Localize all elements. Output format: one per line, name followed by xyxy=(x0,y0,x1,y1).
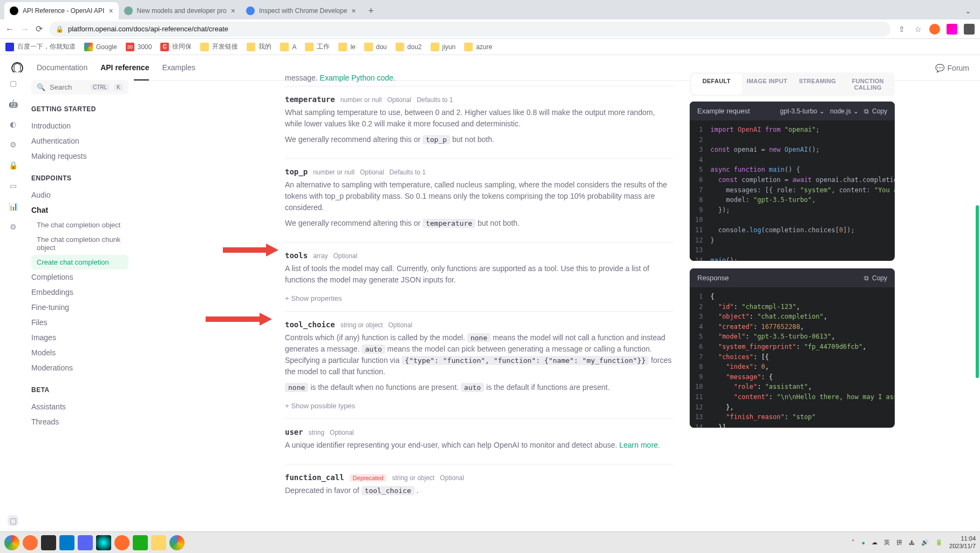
forward-button: → xyxy=(21,24,29,34)
example-code-link[interactable]: Example Python code xyxy=(320,73,393,81)
address-bar[interactable]: 🔒 platform.openai.com/docs/api-reference… xyxy=(49,22,890,37)
tab-title: API Reference - OpenAI API xyxy=(23,7,104,15)
trail-text: message. Example Python code. xyxy=(285,72,673,81)
favicon xyxy=(246,6,255,15)
svg-point-0 xyxy=(12,63,23,73)
bookmark[interactable]: 工作 xyxy=(305,42,330,51)
bookmark[interactable]: jiyun xyxy=(431,43,456,51)
bookmark[interactable]: 303000 xyxy=(126,43,152,51)
browser-tab[interactable]: New models and developer pro × xyxy=(119,2,241,19)
code-tab-function[interactable]: FUNCTION CALLING xyxy=(843,74,894,81)
bookmark[interactable]: 百度一下，你就知道 xyxy=(5,42,76,51)
browser-tab-active[interactable]: API Reference - OpenAI API × xyxy=(4,2,119,19)
bookmark[interactable]: A xyxy=(280,43,296,51)
bookmark[interactable]: azure xyxy=(464,43,492,51)
close-icon[interactable]: × xyxy=(231,6,235,15)
browser-toolbar: ← → ⟳ 🔒 platform.openai.com/docs/api-ref… xyxy=(0,19,980,39)
bookmark[interactable]: dou2 xyxy=(396,43,422,51)
bookmark[interactable]: dou xyxy=(364,43,387,51)
code-tab-streaming[interactable]: STREAMING xyxy=(792,74,843,81)
chevron-down-icon[interactable]: ⌄ xyxy=(965,6,976,15)
tab-title: New models and developer pro xyxy=(137,7,227,15)
close-icon[interactable]: × xyxy=(108,6,113,15)
browser-chrome: API Reference - OpenAI API × New models … xyxy=(0,0,980,55)
reload-button[interactable]: ⟳ xyxy=(36,24,43,34)
code-column: DEFAULT IMAGE INPUT STREAMING FUNCTION C… xyxy=(690,72,895,81)
icon-rail: ▢ 🤖 ◐ ⚙ 🔒 ▭ 📊 ⚙ ▢ xyxy=(0,72,26,81)
favicon xyxy=(10,6,18,15)
bookmark[interactable]: le xyxy=(338,43,355,51)
bookmark[interactable]: Google xyxy=(84,43,117,51)
back-button[interactable]: ← xyxy=(5,24,14,34)
bookmark[interactable]: C徐同保 xyxy=(160,42,192,51)
extension-icon[interactable] xyxy=(964,24,975,35)
browser-tab[interactable]: Inspect with Chrome Develope × xyxy=(241,2,362,19)
code-tabs: DEFAULT IMAGE INPUT STREAMING FUNCTION C… xyxy=(690,72,895,81)
forum-link[interactable]: 💬 Forum xyxy=(935,64,969,72)
search-box[interactable]: 🔍 CTRL K xyxy=(31,80,128,81)
bookmarks-bar: 百度一下，你就知道 Google 303000 C徐同保 开发链接 我的 A 工… xyxy=(0,39,980,55)
star-icon[interactable]: ☆ xyxy=(913,24,923,34)
url-text: platform.openai.com/docs/api-reference/c… xyxy=(68,25,228,33)
tab-strip: API Reference - OpenAI API × New models … xyxy=(0,0,980,19)
close-icon[interactable]: × xyxy=(351,6,356,15)
playground-icon[interactable]: ▢ xyxy=(8,78,18,81)
main-column: message. Example Python code. temperatur… xyxy=(285,72,673,81)
bookmark[interactable]: 开发链接 xyxy=(200,42,238,51)
favicon xyxy=(124,6,133,15)
new-tab-button[interactable]: + xyxy=(364,3,379,18)
lock-icon: 🔒 xyxy=(56,25,64,33)
extension-icon[interactable] xyxy=(929,24,940,35)
extension-icon[interactable] xyxy=(947,24,957,35)
chat-icon: 💬 xyxy=(935,64,944,72)
content-scroll[interactable]: message. Example Python code. temperatur… xyxy=(134,72,980,81)
bookmark[interactable]: 我的 xyxy=(247,42,271,51)
share-icon[interactable]: ⇧ xyxy=(897,24,907,34)
sidebar: 🔍 CTRL K GETTING STARTED Introduction Au… xyxy=(26,72,134,81)
code-tab-default[interactable]: DEFAULT xyxy=(691,74,742,81)
tab-title: Inspect with Chrome Develope xyxy=(259,7,347,15)
code-tab-image[interactable]: IMAGE INPUT xyxy=(742,74,793,81)
